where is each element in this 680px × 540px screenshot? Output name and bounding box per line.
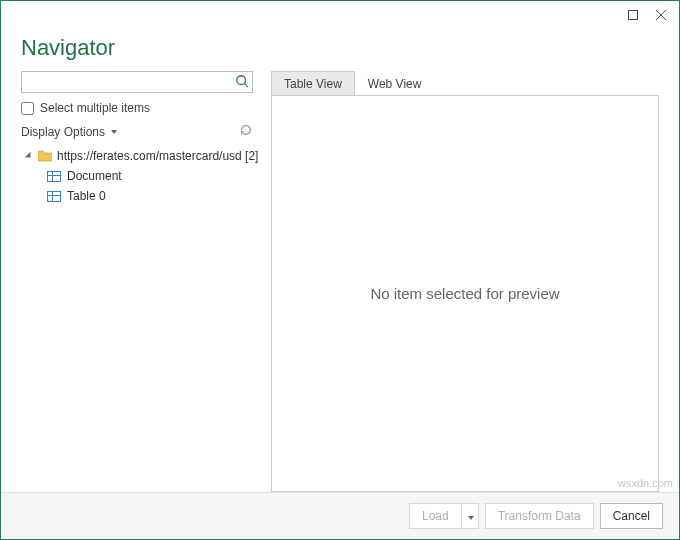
chevron-down-icon bbox=[468, 516, 474, 520]
left-panel: Select multiple items Display Options bbox=[21, 71, 253, 492]
load-button-group: Load bbox=[409, 503, 479, 529]
expander-icon[interactable] bbox=[25, 152, 33, 160]
svg-point-3 bbox=[237, 76, 246, 85]
select-multiple-row[interactable]: Select multiple items bbox=[21, 101, 253, 115]
refresh-icon[interactable] bbox=[239, 123, 253, 140]
select-multiple-checkbox[interactable] bbox=[21, 102, 34, 115]
search-box bbox=[21, 71, 253, 93]
tree: https://ferates.com/mastercard/usd [2] D… bbox=[21, 146, 253, 206]
select-multiple-label: Select multiple items bbox=[40, 101, 150, 115]
load-dropdown-button[interactable] bbox=[462, 503, 479, 529]
tree-children: Document Table 0 bbox=[21, 166, 253, 206]
tab-web-view[interactable]: Web View bbox=[355, 71, 435, 96]
tree-leaf-document[interactable]: Document bbox=[47, 166, 253, 186]
table-icon bbox=[47, 171, 61, 182]
search-icon[interactable] bbox=[235, 74, 249, 92]
transform-data-button[interactable]: Transform Data bbox=[485, 503, 594, 529]
right-panel: Table View Web View No item selected for… bbox=[271, 71, 659, 492]
table-icon bbox=[47, 191, 61, 202]
preview-area: No item selected for preview bbox=[271, 95, 659, 492]
footer: Load Transform Data Cancel bbox=[1, 492, 679, 539]
display-options-dropdown[interactable]: Display Options bbox=[21, 125, 117, 139]
content: Navigator Select multiple items Display … bbox=[1, 29, 679, 492]
close-button[interactable] bbox=[649, 5, 673, 25]
tree-leaf-table0[interactable]: Table 0 bbox=[47, 186, 253, 206]
body: Select multiple items Display Options bbox=[21, 71, 659, 492]
svg-rect-0 bbox=[629, 11, 638, 20]
display-options-row: Display Options bbox=[21, 123, 253, 140]
tree-leaf-label: Document bbox=[67, 169, 122, 183]
navigator-dialog: Navigator Select multiple items Display … bbox=[0, 0, 680, 540]
tree-root-node[interactable]: https://ferates.com/mastercard/usd [2] bbox=[21, 146, 253, 166]
page-title: Navigator bbox=[21, 35, 659, 61]
tab-table-view[interactable]: Table View bbox=[271, 71, 355, 96]
load-button[interactable]: Load bbox=[409, 503, 462, 529]
titlebar bbox=[1, 1, 679, 29]
tree-root-label: https://ferates.com/mastercard/usd [2] bbox=[57, 149, 258, 163]
cancel-button[interactable]: Cancel bbox=[600, 503, 663, 529]
tree-leaf-label: Table 0 bbox=[67, 189, 106, 203]
maximize-button[interactable] bbox=[621, 5, 645, 25]
folder-icon bbox=[38, 150, 52, 162]
display-options-label: Display Options bbox=[21, 125, 105, 139]
preview-message: No item selected for preview bbox=[370, 285, 559, 302]
chevron-down-icon bbox=[111, 130, 117, 134]
watermark: wsxdn.com bbox=[618, 477, 673, 489]
tabs: Table View Web View bbox=[271, 71, 659, 96]
svg-line-4 bbox=[245, 84, 249, 88]
search-input[interactable] bbox=[21, 71, 253, 93]
